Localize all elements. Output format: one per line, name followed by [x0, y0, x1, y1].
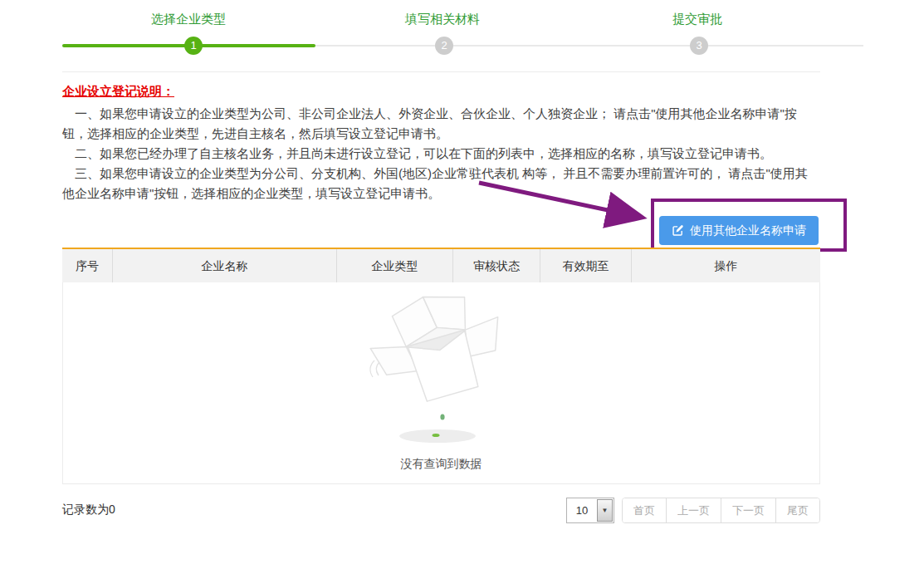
step-circle-3: 3: [690, 37, 708, 55]
name-list-table: 序号 企业名称 企业类型 审核状态 有效期至 操作: [62, 248, 820, 484]
chevron-down-icon: ▼: [597, 499, 613, 522]
section-divider: [62, 71, 820, 72]
column-header-index: 序号: [62, 249, 112, 282]
open-box-icon: [354, 291, 529, 455]
step-circle-1: 1: [184, 37, 203, 55]
step-label-fill-materials: 填写相关材料: [405, 12, 480, 27]
step-label-select-type: 选择企业类型: [151, 12, 226, 27]
empty-state-text: 没有查询到数据: [401, 457, 482, 472]
pagination-controls: 10 ▼ 首页 上一页 下一页 尾页: [566, 498, 820, 523]
step-circle-2: 2: [435, 37, 453, 55]
page-size-select[interactable]: 10 ▼: [566, 498, 614, 523]
notice-paragraph-1: 一、如果您申请设立的企业类型为公司、非公司企业法人、外资企业、合伙企业、个人独资…: [62, 104, 819, 144]
apply-other-name-button[interactable]: 使用其他企业名称申请: [659, 216, 819, 245]
notice-title: 企业设立登记说明：: [62, 84, 819, 100]
registration-notice: 企业设立登记说明： 一、如果您申请设立的企业类型为公司、非公司企业法人、外资企业…: [62, 84, 819, 204]
prev-page-button[interactable]: 上一页: [666, 498, 721, 522]
record-count-label: 记录数为0: [62, 503, 115, 517]
last-page-button[interactable]: 尾页: [775, 498, 819, 522]
pager-button-group: 首页 上一页 下一页 尾页: [622, 498, 820, 523]
column-header-status: 审核状态: [452, 249, 540, 282]
column-header-valid-until: 有效期至: [540, 249, 631, 282]
step-label-submit-approval: 提交审批: [672, 12, 722, 27]
table-body-empty-state: 没有查询到数据: [62, 282, 820, 484]
notice-paragraph-2: 二、如果您已经办理了自主核名业务，并且尚未进行设立登记，可以在下面的列表中，选择…: [62, 144, 819, 164]
column-header-type: 企业类型: [336, 249, 452, 282]
edit-square-icon: [672, 224, 684, 237]
first-page-button[interactable]: 首页: [623, 498, 666, 522]
notice-paragraph-3: 三、如果您申请设立的企业类型为分公司、分支机构、外国(地区)企业常驻代表机 构等…: [62, 164, 819, 204]
table-footer: 记录数为0 10 ▼ 首页 上一页 下一页 尾页: [62, 496, 820, 526]
next-page-button[interactable]: 下一页: [721, 498, 775, 522]
column-header-operation: 操作: [631, 249, 820, 282]
apply-other-name-button-label: 使用其他企业名称申请: [690, 223, 806, 238]
page-size-value: 10: [567, 504, 597, 517]
enterprise-registration-page: 选择企业类型 填写相关材料 提交审批 1 2 3 企业设立登记说明： 一、如果您…: [0, 0, 924, 564]
column-header-name: 企业名称: [112, 249, 336, 282]
table-header-row: 序号 企业名称 企业类型 审核状态 有效期至 操作: [62, 249, 820, 282]
